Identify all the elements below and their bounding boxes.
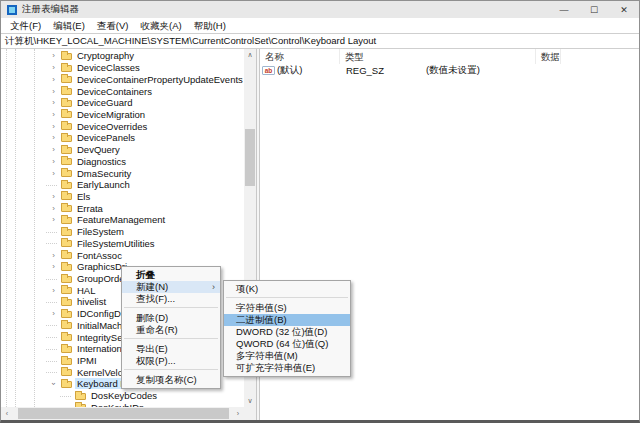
chevron-right-icon[interactable]: ›: [49, 85, 58, 97]
context-menu-item[interactable]: 删除(D) ›: [122, 312, 220, 324]
tree-item-label[interactable]: DeviceMigration: [75, 109, 147, 120]
tree-item[interactable]: › DeviceOverrides: [1, 120, 244, 132]
tree-item-label[interactable]: DosKeybCodes: [89, 390, 159, 401]
scroll-left-icon[interactable]: ‹: [1, 407, 13, 420]
tree-item[interactable]: › DeviceMigration: [1, 109, 244, 121]
context-menu-item[interactable]: 折叠 ›: [122, 269, 220, 281]
tree-item-label[interactable]: Diagnostics: [75, 156, 128, 167]
submenu-item[interactable]: 可扩充字符串值(E): [224, 362, 350, 374]
scroll-up-icon[interactable]: ∧: [244, 49, 256, 61]
chevron-right-icon[interactable]: ›: [49, 167, 58, 179]
tree-item-label[interactable]: EarlyLaunch: [75, 179, 132, 190]
tree-item-label[interactable]: Cryptography: [75, 50, 136, 61]
menu-bar-item[interactable]: 文件(F): [4, 18, 47, 33]
submenu-item[interactable]: 项(K): [224, 283, 350, 295]
chevron-right-icon[interactable]: ›: [49, 109, 58, 121]
context-menu-item[interactable]: 重命名(R) ›: [122, 324, 220, 336]
submenu-item[interactable]: 多字符串值(M): [224, 350, 350, 362]
context-menu-item[interactable]: 复制项名称(C) ›: [122, 374, 220, 386]
chevron-right-icon[interactable]: ›: [49, 73, 58, 85]
chevron-right-icon[interactable]: ›: [49, 202, 58, 214]
chevron-right-icon[interactable]: ›: [49, 214, 58, 226]
menu-bar-item[interactable]: 帮助(H): [188, 18, 232, 33]
tree-item[interactable]: › FontAssoc: [1, 249, 244, 261]
tree-item-label[interactable]: KernelVelo: [75, 367, 125, 378]
tree-item-label[interactable]: DmaSecurity: [75, 168, 133, 179]
tree-item[interactable]: › Diagnostics: [1, 155, 244, 167]
chevron-right-icon[interactable]: ›: [49, 191, 58, 203]
tree-item-label[interactable]: FileSystem: [75, 226, 126, 237]
chevron-right-icon[interactable]: ›: [49, 144, 58, 156]
tree-item[interactable]: › DeviceGuard: [1, 97, 244, 109]
menu-bar-item[interactable]: 编辑(E): [47, 18, 91, 33]
value-name-cell[interactable]: ab (默认): [260, 64, 341, 77]
tree-item-label[interactable]: FeatureManagement: [75, 214, 167, 225]
tree-item-label[interactable]: DeviceClasses: [75, 62, 142, 73]
chevron-right-icon[interactable]: ›: [49, 284, 58, 296]
tree-item[interactable]: › DevQuery: [1, 144, 244, 156]
menu-bar-item[interactable]: 查看(V): [91, 18, 135, 33]
column-header[interactable]: 名称: [260, 49, 340, 64]
tree-item[interactable]: › FileSystemUtilities: [1, 238, 244, 250]
maximize-button-icon[interactable]: ☐: [579, 1, 609, 18]
scroll-down-icon[interactable]: ∨: [244, 395, 256, 407]
tree-item-label[interactable]: hivelist: [75, 296, 108, 307]
tree-item[interactable]: › FileSystem: [1, 226, 244, 238]
chevron-right-icon[interactable]: ›: [49, 50, 58, 62]
horizontal-scrollbar-thumb[interactable]: [18, 408, 229, 419]
tree-item[interactable]: › Els: [1, 191, 244, 203]
tree-item-label[interactable]: FileSystemUtilities: [75, 238, 157, 249]
tree-item-label[interactable]: Els: [75, 191, 92, 202]
context-menu-item[interactable]: 权限(P)... ›: [122, 355, 220, 367]
tree-item-label[interactable]: DeviceContainers: [75, 86, 154, 97]
menu-bar-item[interactable]: 收藏夹(A): [134, 18, 187, 33]
chevron-right-icon[interactable]: ›: [48, 379, 60, 388]
tree-item[interactable]: › Cryptography: [1, 50, 244, 62]
tree-item[interactable]: › DmaSecurity: [1, 167, 244, 179]
minimize-button-icon[interactable]: —: [549, 1, 579, 18]
close-button-icon[interactable]: ✕: [609, 1, 639, 18]
tree-item[interactable]: › DevicePanels: [1, 132, 244, 144]
chevron-right-icon[interactable]: ›: [49, 97, 58, 109]
address-bar[interactable]: 计算机\HKEY_LOCAL_MACHINE\SYSTEM\CurrentCon…: [1, 33, 639, 49]
tree-item-label[interactable]: DevQuery: [75, 144, 122, 155]
tree-item-label[interactable]: GroupOrde: [75, 273, 127, 284]
tree-item-label[interactable]: IPMI: [75, 355, 99, 366]
tree-item[interactable]: › DeviceClasses: [1, 62, 244, 74]
tree-item-label[interactable]: DeviceContainerPropertyUpdateEvents: [75, 74, 245, 85]
column-header[interactable]: 类型: [340, 49, 536, 64]
tree-item[interactable]: › FeatureManagement: [1, 214, 244, 226]
tree-item[interactable]: › Errata: [1, 202, 244, 214]
submenu-item[interactable]: QWORD (64 位)值(Q): [224, 338, 350, 350]
chevron-right-icon[interactable]: ›: [49, 261, 58, 273]
chevron-right-icon[interactable]: ›: [49, 155, 58, 167]
vertical-scrollbar-thumb[interactable]: [245, 129, 255, 186]
tree-item-label[interactable]: Errata: [75, 203, 105, 214]
chevron-right-icon[interactable]: ›: [49, 308, 58, 320]
tree-item[interactable]: › DeviceContainers: [1, 85, 244, 97]
scroll-right-icon[interactable]: ›: [232, 407, 244, 420]
tree-item-label[interactable]: InitialMachi: [75, 320, 127, 331]
tree-item-label[interactable]: DevicePanels: [75, 132, 137, 143]
context-menu-item[interactable]: 导出(E) ›: [122, 343, 220, 355]
context-menu-item[interactable]: 查找(F)... ›: [122, 293, 220, 305]
tree-item[interactable]: › DosKeybCodes: [1, 390, 244, 402]
tree-item-label[interactable]: DeviceOverrides: [75, 121, 149, 132]
chevron-right-icon[interactable]: ›: [49, 249, 58, 261]
chevron-right-icon[interactable]: ›: [49, 132, 58, 144]
tree-item-label[interactable]: FontAssoc: [75, 250, 124, 261]
tree-item-label[interactable]: HAL: [75, 285, 97, 296]
context-menu-item[interactable]: 新建(N) ›: [122, 281, 220, 293]
tree-item[interactable]: › EarlyLaunch: [1, 179, 244, 191]
submenu-item[interactable]: DWORD (32 位)值(D): [224, 326, 350, 338]
chevron-right-icon[interactable]: ›: [49, 120, 58, 132]
tree-item-label[interactable]: IntegritySe: [75, 332, 124, 343]
submenu-item[interactable]: 字符串值(S): [224, 302, 350, 314]
tree-item-label[interactable]: DeviceGuard: [75, 97, 134, 108]
tree-item[interactable]: › DeviceContainerPropertyUpdateEvents: [1, 73, 244, 85]
submenu-item[interactable]: 二进制值(B): [224, 314, 350, 326]
tree-horizontal-scrollbar[interactable]: ‹ ›: [1, 407, 244, 420]
chevron-right-icon[interactable]: ›: [49, 62, 58, 74]
column-header[interactable]: 数据: [536, 49, 561, 64]
value-row[interactable]: ab (默认) REG_SZ (数值未设置): [260, 64, 639, 77]
